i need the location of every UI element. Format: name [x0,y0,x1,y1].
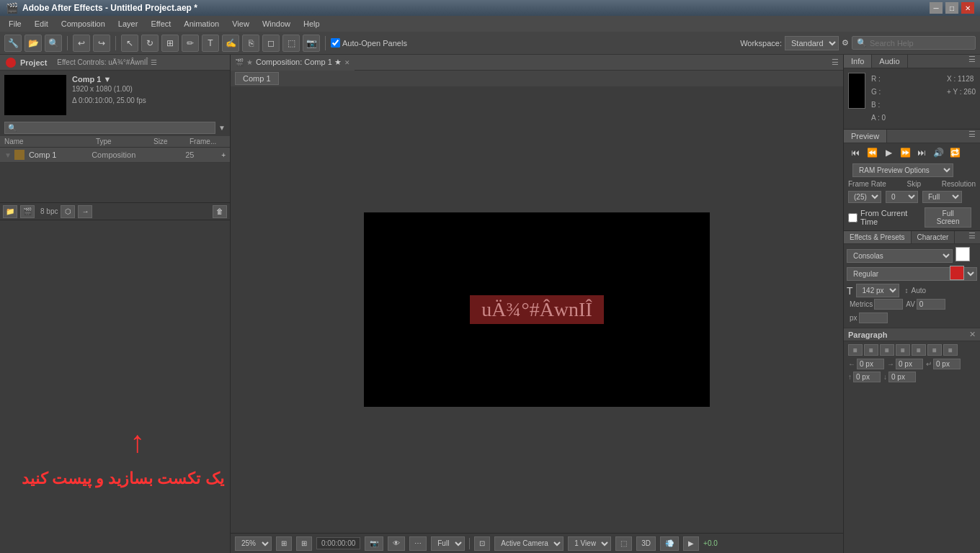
justify-right-btn[interactable]: ≡ [927,344,942,356]
search-help-input[interactable] [870,39,971,48]
indent-right-val[interactable] [896,359,923,369]
quality-select[interactable]: Full [431,536,465,551]
info-tab-info[interactable]: Info [844,55,872,68]
prev-fwd-btn[interactable]: ⏩ [898,146,912,159]
tool-search[interactable]: 🔍 [45,35,62,52]
new-comp-btn[interactable]: 🎬 [20,205,35,218]
preview-panel-menu[interactable]: ☰ [964,130,980,143]
auto-open-panels-container: Auto-Open Panels [331,38,407,48]
effects-panel-menu[interactable]: ☰ [964,231,980,243]
comp-render-btn[interactable]: ▶ [683,536,699,551]
skip-select[interactable]: 0 [886,191,918,203]
comp-breadcrumb-tab[interactable]: Comp 1 [235,72,279,85]
snapshot-btn[interactable]: 📷 [365,536,383,551]
menu-animation[interactable]: Animation [178,18,225,30]
new-folder-btn[interactable]: 📁 [3,205,17,218]
tool-paint[interactable]: ✍ [222,35,239,52]
align-center-btn[interactable]: ≡ [864,344,878,356]
comp-options-btn[interactable]: ⋯ [409,536,427,551]
info-tab-audio[interactable]: Audio [872,55,907,68]
search-dropdown-icon[interactable]: ▼ [218,124,226,132]
info-panel-menu[interactable]: ☰ [964,55,980,68]
tool-open[interactable]: 📂 [24,35,42,52]
menu-view[interactable]: View [226,18,255,30]
tool-text[interactable]: T [202,35,219,52]
paragraph-menu[interactable]: ✕ [969,330,976,339]
camera-select[interactable]: Active Camera [494,536,564,551]
zoom-select[interactable]: 25% [235,536,272,551]
char-fill-color[interactable] [956,247,970,261]
tracking-val[interactable] [917,299,945,310]
indent-left-icon: ← [848,360,855,368]
maximize-button[interactable]: □ [945,2,958,14]
tool-eraser[interactable]: ◻ [262,35,280,52]
px-val[interactable] [859,313,888,323]
comp-panel-menu[interactable]: ☰ [827,58,843,67]
workspace-select[interactable]: Standard [785,36,839,50]
auto-open-panels-checkbox[interactable] [331,38,340,48]
justify-all-btn[interactable]: ≡ [912,344,926,356]
prev-back-btn[interactable]: ⏪ [865,146,879,159]
tool-new[interactable]: 🔧 [4,35,22,52]
regions-btn[interactable]: ⊡ [474,536,490,551]
justify-left-btn[interactable]: ≡ [943,344,958,356]
metrics-val[interactable] [874,299,903,310]
tool-roto[interactable]: ⬚ [282,35,300,52]
menu-composition[interactable]: Composition [55,18,111,30]
font-name-select[interactable]: Consolas [847,249,953,263]
prev-last-btn[interactable]: ⏭ [914,146,929,159]
comp-item-name: Comp 1 [29,150,92,159]
justify-btn[interactable]: ≡ [896,344,910,356]
menu-help[interactable]: Help [298,18,326,30]
align-left-btn[interactable]: ≡ [848,344,863,356]
motion-blur-btn[interactable]: 💨 [660,536,679,551]
space-before-val[interactable] [853,372,881,382]
show-snap-btn[interactable]: 👁 [388,536,405,551]
comp-tab-close[interactable]: ✕ [344,59,350,66]
from-current-checkbox[interactable] [848,213,858,222]
ram-preview-select[interactable]: RAM Preview Options [852,163,953,177]
project-search-input[interactable] [4,122,215,134]
menu-layer[interactable]: Layer [112,18,144,30]
view-select[interactable]: 1 View [568,536,611,551]
flow-btn[interactable]: → [78,205,92,218]
grid-btn[interactable]: ⊞ [296,536,312,551]
tool-undo[interactable]: ↩ [73,35,90,52]
space-after-val[interactable] [888,372,916,382]
tool-clone[interactable]: ⎘ [242,35,259,52]
tool-rotate[interactable]: ↻ [141,35,159,52]
menu-file[interactable]: File [3,18,27,30]
project-panel-menu[interactable]: ☰ [151,58,157,66]
prev-play-btn[interactable]: ▶ [881,146,896,159]
minimize-button[interactable]: ─ [930,2,943,14]
align-right-btn[interactable]: ≡ [880,344,894,356]
frame-rate-select[interactable]: (25) [848,191,881,203]
prev-audio-btn[interactable]: 🔊 [931,146,945,159]
color-depth-btn[interactable]: ⬡ [61,205,75,218]
tool-redo[interactable]: ↪ [93,35,110,52]
tool-scale[interactable]: ⊞ [161,35,179,52]
fit-btn[interactable]: ⊞ [276,536,292,551]
resolution-select[interactable]: Full [922,191,962,203]
indent-left-val[interactable] [857,359,884,369]
effects-tab-char[interactable]: Character [912,231,956,243]
delete-btn[interactable]: 🗑 [213,205,227,218]
full-screen-btn[interactable]: Full Screen [925,207,971,228]
preview-tab[interactable]: Preview [844,130,887,143]
3d-renderer-btn[interactable]: ⬚ [615,536,632,551]
char-stroke-color[interactable] [950,266,964,280]
indent-first-val[interactable] [933,359,961,369]
3d-btn[interactable]: 3D [636,536,656,551]
project-item-comp1[interactable]: ▼ Comp 1 Composition 25 + [0,148,230,163]
menu-edit[interactable]: Edit [29,18,54,30]
prev-first-btn[interactable]: ⏮ [848,146,863,159]
tool-select[interactable]: ↖ [121,35,138,52]
tool-camera[interactable]: 📷 [303,35,320,52]
tool-pen[interactable]: ✏ [182,35,199,52]
font-size-select[interactable]: 142 px [856,284,899,297]
menu-effect[interactable]: Effect [145,18,177,30]
prev-loop-btn[interactable]: 🔁 [948,146,962,159]
effects-tab-ep[interactable]: Effects & Presets [844,231,912,243]
menu-window[interactable]: Window [257,18,296,30]
close-button[interactable]: ✕ [961,2,974,14]
